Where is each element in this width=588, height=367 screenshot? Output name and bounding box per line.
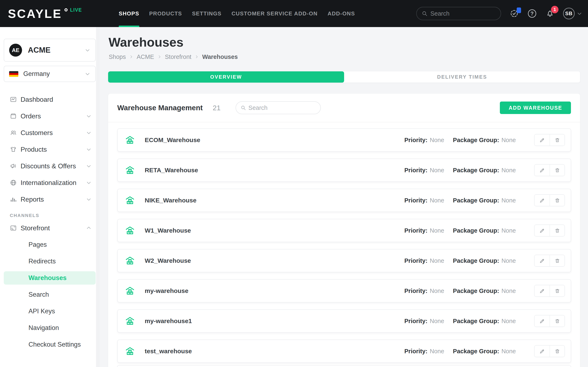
warehouse-icon [125,256,135,266]
scayle-logo[interactable]: SCAYLE LIVE [8,0,82,27]
priority-label: Priority: [404,227,427,234]
priority-label: Priority: [404,318,427,325]
warehouse-name: ECOM_Warehouse [145,136,200,143]
delete-warehouse-button[interactable] [549,285,564,296]
germany-flag-icon [9,71,18,77]
sidebar-scrollbar[interactable] [96,27,100,367]
package-group-value: None [501,288,516,294]
warehouse-tabs: OVERVIEW DELIVERY TIMES [108,71,580,83]
edit-warehouse-button[interactable] [535,315,549,327]
edit-warehouse-button[interactable] [535,165,549,176]
sidebar-item-checkout-settings[interactable]: Checkout Settings [0,336,100,353]
trash-icon [555,198,560,203]
breadcrumb-storefront[interactable]: Storefront [165,53,191,60]
country-selector[interactable]: Germany [4,66,96,82]
delete-warehouse-button[interactable] [549,346,564,357]
delete-warehouse-button[interactable] [549,165,564,176]
delete-warehouse-button[interactable] [549,255,564,266]
status-badge [517,8,521,13]
priority-value: None [430,167,444,174]
edit-warehouse-button[interactable] [535,255,549,266]
package-group-label: Package Group: [453,348,499,355]
warehouse-row[interactable]: W1_Warehouse Priority:None Package Group… [117,219,571,242]
nav-item-addons[interactable]: ADD-ONS [327,0,355,27]
delete-warehouse-button[interactable] [549,315,564,327]
sidebar-item-customers[interactable]: Customers [0,125,100,141]
priority-value: None [430,257,444,264]
panel-header: Warehouse Management 21 ADD WAREHOUSE [108,94,580,122]
sidebar-item-storefront[interactable]: Storefront [0,220,100,236]
nav-item-shops[interactable]: SHOPS [119,0,139,27]
warehouse-search-input[interactable] [248,104,316,111]
warehouse-row[interactable]: test_warehouse Priority:None Package Gro… [117,340,571,363]
chevron-up-icon [86,225,91,231]
delete-warehouse-button[interactable] [549,225,564,236]
panel-title: Warehouse Management [117,104,203,112]
sidebar-item-internationalization[interactable]: Internationalization [0,174,100,191]
pencil-icon [539,137,545,143]
sidebar-item-api-keys[interactable]: API Keys [0,303,100,320]
global-search [416,7,501,20]
system-status-button[interactable] [509,9,519,18]
sidebar-item-warehouses[interactable]: Warehouses [4,271,96,285]
warehouse-icon [125,316,135,326]
package-group-value: None [501,348,516,355]
chevron-down-icon [86,147,91,152]
edit-warehouse-button[interactable] [535,285,549,296]
sidebar-item-orders[interactable]: Orders [0,108,100,125]
sidebar: AE ACME Germany Dashboard Orders Custome… [0,27,100,367]
warehouse-row-partial [117,365,571,367]
sidebar-item-pages[interactable]: Pages [0,236,100,253]
sidebar-menu: Dashboard Orders Customers Products Disc… [0,91,100,353]
sidebar-item-navigation[interactable]: Navigation [0,320,100,336]
warehouse-count: 21 [213,104,220,112]
warehouse-row[interactable]: my-warehouse Priority:None Package Group… [117,279,571,302]
global-search-input[interactable] [430,10,496,17]
user-menu[interactable]: SB [563,8,582,19]
priority-value: None [430,137,444,143]
breadcrumb-shops[interactable]: Shops [109,53,126,60]
warehouse-row[interactable]: my-warehouse1 Priority:None Package Grou… [117,309,571,333]
delete-warehouse-button[interactable] [549,195,564,206]
sidebar-item-products[interactable]: Products [0,141,100,158]
package-group-label: Package Group: [453,257,499,264]
warehouse-row[interactable]: RETA_Warehouse Priority:None Package Gro… [117,158,571,182]
edit-warehouse-button[interactable] [535,195,549,206]
edit-warehouse-button[interactable] [535,134,549,146]
main-nav: SHOPS PRODUCTS SETTINGS CUSTOMER SERVICE… [119,0,355,27]
edit-warehouse-button[interactable] [535,346,549,357]
nav-item-settings[interactable]: SETTINGS [192,0,221,27]
shop-selector[interactable]: AE ACME [4,39,96,62]
add-warehouse-button[interactable]: ADD WAREHOUSE [500,101,571,114]
warehouse-icon [125,286,135,296]
user-avatar: SB [563,8,575,19]
trash-icon [555,318,560,324]
nav-item-customer-service-addon[interactable]: CUSTOMER SERVICE ADD-ON [231,0,318,27]
warehouse-row[interactable]: W2_Warehouse Priority:None Package Group… [117,249,571,272]
chevron-down-icon [86,197,91,202]
edit-warehouse-button[interactable] [535,225,549,236]
package-group-label: Package Group: [453,288,499,294]
delete-warehouse-button[interactable] [549,134,564,146]
chevron-down-icon [577,11,582,16]
breadcrumb-acme[interactable]: ACME [137,53,154,60]
package-group-label: Package Group: [453,167,499,174]
notifications-button[interactable]: 1 [545,9,555,18]
priority-value: None [430,318,444,325]
tab-overview[interactable]: OVERVIEW [108,71,344,83]
warehouse-row[interactable]: ECOM_Warehouse Priority:None Package Gro… [117,128,571,152]
sidebar-item-discounts-offers[interactable]: Discounts & Offers [0,158,100,174]
priority-label: Priority: [404,137,427,143]
sidebar-item-reports[interactable]: Reports [0,191,100,208]
warehouse-name: W1_Warehouse [145,227,191,234]
sidebar-item-search[interactable]: Search [0,286,100,303]
nav-item-products[interactable]: PRODUCTS [149,0,182,27]
sidebar-item-redirects[interactable]: Redirects [0,253,100,270]
shop-name: ACME [28,46,50,55]
sidebar-item-dashboard[interactable]: Dashboard [0,91,100,108]
pencil-icon [539,349,545,354]
chevron-right-icon [129,55,133,59]
warehouse-row[interactable]: NIKE_Warehouse Priority:None Package Gro… [117,189,571,212]
tab-delivery-times[interactable]: DELIVERY TIMES [344,71,580,83]
help-button[interactable]: ? [527,9,537,18]
